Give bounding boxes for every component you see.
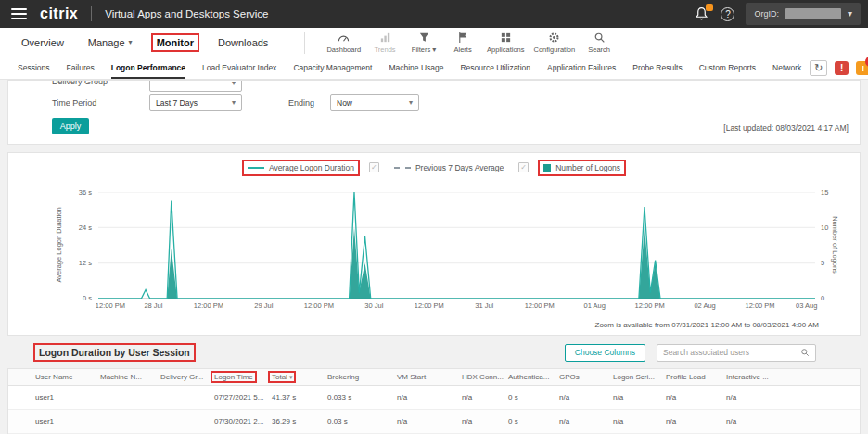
col-delivery-group[interactable]: Delivery Gr...	[160, 373, 203, 381]
search-users-input[interactable]	[663, 348, 797, 357]
gear-icon	[548, 32, 560, 44]
nav-item-overview[interactable]: Overview	[21, 37, 64, 48]
dashboard-gauge-icon	[338, 32, 350, 44]
tool-search[interactable]: Search	[580, 32, 619, 54]
x-tick: 12:00 PM	[745, 301, 774, 310]
chevron-down-icon: ▾	[409, 98, 413, 107]
y-tick: 0	[821, 294, 843, 302]
legend-checkbox-previous[interactable]: ✓	[518, 162, 529, 172]
citrix-monitor-screen: citrix Virtual Apps and Desktops Service…	[0, 0, 868, 434]
col-logon-scripts[interactable]: Logon Scri...	[613, 373, 655, 381]
table-header-row: User Name Machine N... Delivery Gr... Lo…	[8, 369, 860, 386]
tab-custom-reports[interactable]: Custom Reports	[699, 57, 756, 79]
col-authentication[interactable]: Authentica...	[508, 373, 549, 381]
col-vm-start[interactable]: VM Start	[397, 373, 426, 381]
tab-resource-utilization[interactable]: Resource Utilization	[460, 57, 530, 79]
monitor-subnav: Sessions Failures Logon Performance Load…	[0, 57, 868, 80]
col-interactive[interactable]: Interactive ...	[726, 373, 769, 381]
solid-line-swatch	[248, 167, 264, 169]
trends-bars-icon	[379, 32, 391, 44]
logon-duration-table: User Name Machine N... Delivery Gr... Lo…	[7, 368, 861, 434]
cell-hdx: n/a	[462, 393, 508, 402]
tab-logon-performance[interactable]: Logon Performance	[111, 57, 185, 79]
tool-configuration[interactable]: Configuration	[530, 32, 581, 54]
nav-item-manage[interactable]: Manage▾	[88, 37, 133, 48]
help-icon[interactable]: ?	[721, 7, 734, 21]
applications-grid-icon	[500, 32, 512, 44]
legend-previous-7-days-average[interactable]: Previous 7 Days Average	[394, 163, 504, 172]
col-brokering[interactable]: Brokering	[327, 373, 359, 381]
nav-divider	[304, 32, 305, 54]
tab-application-failures[interactable]: Application Failures	[547, 57, 616, 79]
dashed-line-swatch	[394, 167, 411, 169]
org-id-label: OrgID:	[754, 9, 779, 19]
tab-failures[interactable]: Failures	[67, 57, 95, 79]
delivery-group-dropdown[interactable]: ▾	[149, 80, 242, 92]
tool-alerts[interactable]: Alerts	[443, 32, 482, 54]
legend-checkbox-average[interactable]: ✓	[369, 162, 379, 172]
filled-square-swatch	[543, 164, 551, 172]
col-hdx-connection[interactable]: HDX Conn...	[462, 373, 504, 381]
chevron-down-icon: ▾	[129, 38, 133, 46]
col-machine-name[interactable]: Machine N...	[100, 373, 142, 381]
refresh-button[interactable]: ↻	[810, 60, 827, 76]
legend-number-of-logons[interactable]: Number of Logons	[543, 163, 620, 172]
account-menu[interactable]: OrgID: ▾	[746, 3, 861, 25]
col-logon-time[interactable]: Logon Time	[214, 373, 253, 381]
choose-columns-button[interactable]: Choose Columns	[565, 344, 645, 362]
tab-capacity-management[interactable]: Capacity Management	[293, 57, 372, 79]
cell-profile-load: n/a	[666, 417, 726, 426]
col-profile-load[interactable]: Profile Load	[666, 373, 706, 381]
col-user-name[interactable]: User Name	[35, 373, 72, 381]
org-id-redacted	[785, 8, 841, 19]
legend-average-logon-duration[interactable]: Average Logon Duration	[248, 163, 354, 172]
x-tick: 12:00 PM	[304, 301, 334, 310]
error-alert-icon[interactable]: !	[835, 61, 849, 75]
tab-machine-usage[interactable]: Machine Usage	[389, 57, 443, 79]
table-row[interactable]: user1 07/30/2021 2... 36.29 s 0.03 s n/a…	[8, 410, 860, 434]
tool-filters[interactable]: Filters▾	[404, 32, 443, 54]
cell-authentication: 0 s	[508, 417, 559, 426]
nav-item-downloads[interactable]: Downloads	[218, 37, 268, 48]
tab-probe-results[interactable]: Probe Results	[632, 57, 682, 79]
tab-sessions[interactable]: Sessions	[18, 57, 50, 79]
y-axis-right-label: Number of Logons	[831, 216, 839, 274]
col-total[interactable]: Total▾	[272, 373, 292, 381]
col-gpos[interactable]: GPOs	[559, 373, 580, 381]
time-period-dropdown[interactable]: Last 7 Days▾	[149, 94, 242, 111]
topbar-divider	[91, 6, 92, 21]
x-tick: 12:00 PM	[194, 301, 223, 310]
chart-plot-area[interactable]	[98, 192, 815, 299]
x-tick: 12:00 PM	[635, 301, 665, 310]
logon-performance-chart-panel: Average Logon Duration ✓ Previous 7 Days…	[7, 152, 861, 336]
tool-applications[interactable]: Applications	[482, 32, 529, 54]
tool-dashboard[interactable]: Dashboard	[322, 32, 365, 54]
y-axis-left-label: Average Logon Duration	[55, 207, 63, 282]
ending-dropdown[interactable]: Now▾	[330, 94, 419, 111]
cell-authentication: 0 s	[508, 393, 559, 402]
time-period-label: Time Period	[52, 98, 96, 108]
tool-trends[interactable]: Trends	[365, 32, 404, 54]
x-tick: 12:00 PM	[415, 301, 444, 310]
tab-load-evaluator-index[interactable]: Load Evaluator Index	[202, 57, 276, 79]
x-tick: 03 Aug	[796, 301, 817, 310]
chevron-down-icon: ▾	[232, 98, 236, 107]
table-row[interactable]: user1 07/27/2021 5... 41.37 s 0.033 s n/…	[8, 386, 860, 410]
main-nav: Overview Manage▾ Monitor Downloads Dashb…	[0, 28, 868, 57]
cell-interactive: n/a	[726, 393, 860, 402]
tab-network[interactable]: Network	[772, 57, 801, 79]
y-tick: 15	[821, 188, 843, 197]
y-tick: 12 s	[64, 259, 92, 267]
table-section-header: Logon Duration by User Session Choose Co…	[7, 341, 861, 364]
notifications-bell-icon[interactable]	[695, 6, 709, 21]
x-tick: 01 Aug	[583, 301, 605, 310]
hamburger-menu-icon[interactable]	[11, 8, 27, 19]
y-tick: 24 s	[64, 223, 92, 232]
search-icon	[594, 32, 606, 44]
warning-alert-icon[interactable]: ! 5	[856, 61, 868, 75]
x-axis-ticks: 12:00 PM 28 Jul 12:00 PM 29 Jul 12:00 PM…	[98, 301, 815, 311]
cell-user-name: user1	[35, 393, 100, 402]
nav-item-monitor[interactable]: Monitor	[157, 37, 194, 48]
y-tick: 0 s	[64, 294, 92, 302]
apply-button[interactable]: Apply	[52, 118, 89, 134]
